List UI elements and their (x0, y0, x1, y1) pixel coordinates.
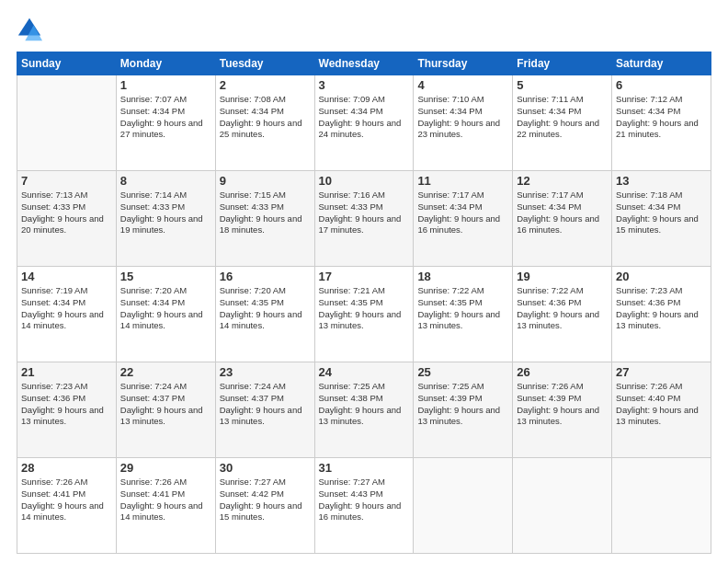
weekday-header-thursday: Thursday (414, 52, 513, 75)
calendar-cell: 25Sunrise: 7:25 AMSunset: 4:39 PMDayligh… (414, 362, 513, 458)
day-number: 25 (417, 365, 508, 379)
calendar-cell: 29Sunrise: 7:26 AMSunset: 4:41 PMDayligh… (116, 458, 215, 554)
day-info: Sunrise: 7:26 AMSunset: 4:41 PMDaylight:… (21, 477, 112, 523)
day-number: 24 (319, 365, 410, 379)
day-info: Sunrise: 7:24 AMSunset: 4:37 PMDaylight:… (120, 381, 211, 428)
day-info: Sunrise: 7:15 AMSunset: 4:33 PMDaylight:… (220, 190, 311, 236)
day-info: Sunrise: 7:24 AMSunset: 4:37 PMDaylight:… (220, 381, 311, 428)
calendar-table: SundayMondayTuesdayWednesdayThursdayFrid… (17, 52, 711, 554)
day-number: 6 (616, 78, 707, 92)
calendar-cell: 16Sunrise: 7:20 AMSunset: 4:35 PMDayligh… (215, 267, 314, 362)
calendar-week-5: 28Sunrise: 7:26 AMSunset: 4:41 PMDayligh… (17, 458, 711, 554)
calendar-cell: 21Sunrise: 7:23 AMSunset: 4:36 PMDayligh… (17, 362, 117, 458)
day-info: Sunrise: 7:14 AMSunset: 4:33 PMDaylight:… (120, 190, 211, 236)
day-info: Sunrise: 7:08 AMSunset: 4:34 PMDaylight:… (220, 94, 311, 141)
calendar-cell: 27Sunrise: 7:26 AMSunset: 4:40 PMDayligh… (612, 362, 711, 458)
calendar-week-3: 14Sunrise: 7:19 AMSunset: 4:34 PMDayligh… (17, 267, 711, 362)
day-number: 7 (21, 174, 112, 188)
day-info: Sunrise: 7:23 AMSunset: 4:36 PMDaylight:… (616, 285, 707, 332)
calendar-cell: 2Sunrise: 7:08 AMSunset: 4:34 PMDaylight… (215, 75, 314, 171)
day-info: Sunrise: 7:16 AMSunset: 4:33 PMDaylight:… (319, 190, 410, 236)
calendar-cell: 12Sunrise: 7:17 AMSunset: 4:34 PMDayligh… (513, 171, 612, 267)
day-number: 15 (120, 270, 211, 283)
day-info: Sunrise: 7:27 AMSunset: 4:43 PMDaylight:… (319, 477, 410, 523)
day-info: Sunrise: 7:20 AMSunset: 4:34 PMDaylight:… (120, 285, 211, 332)
day-info: Sunrise: 7:26 AMSunset: 4:41 PMDaylight:… (120, 477, 211, 523)
calendar-cell: 4Sunrise: 7:10 AMSunset: 4:34 PMDaylight… (414, 75, 513, 171)
day-info: Sunrise: 7:13 AMSunset: 4:33 PMDaylight:… (21, 190, 112, 236)
day-info: Sunrise: 7:18 AMSunset: 4:34 PMDaylight:… (616, 190, 707, 236)
calendar-cell: 5Sunrise: 7:11 AMSunset: 4:34 PMDaylight… (513, 75, 612, 171)
calendar-cell: 19Sunrise: 7:22 AMSunset: 4:36 PMDayligh… (513, 267, 612, 362)
day-number: 26 (517, 365, 608, 379)
calendar-cell: 9Sunrise: 7:15 AMSunset: 4:33 PMDaylight… (215, 171, 314, 267)
day-number: 11 (417, 174, 508, 188)
day-info: Sunrise: 7:09 AMSunset: 4:34 PMDaylight:… (319, 94, 410, 141)
day-info: Sunrise: 7:22 AMSunset: 4:36 PMDaylight:… (517, 285, 608, 332)
weekday-header-row: SundayMondayTuesdayWednesdayThursdayFrid… (17, 52, 711, 75)
day-number: 10 (319, 174, 410, 188)
weekday-header-sunday: Sunday (17, 52, 117, 75)
day-info: Sunrise: 7:17 AMSunset: 4:34 PMDaylight:… (417, 190, 508, 236)
day-number: 21 (21, 365, 112, 379)
day-info: Sunrise: 7:10 AMSunset: 4:34 PMDaylight:… (417, 94, 508, 141)
day-info: Sunrise: 7:17 AMSunset: 4:34 PMDaylight:… (517, 190, 608, 236)
day-info: Sunrise: 7:23 AMSunset: 4:36 PMDaylight:… (21, 381, 112, 428)
day-number: 27 (616, 365, 707, 379)
day-number: 31 (319, 461, 410, 475)
day-number: 14 (21, 270, 112, 283)
day-number: 3 (319, 78, 410, 92)
day-number: 12 (517, 174, 608, 188)
calendar-cell: 1Sunrise: 7:07 AMSunset: 4:34 PMDaylight… (116, 75, 215, 171)
day-number: 20 (616, 270, 707, 283)
day-number: 2 (220, 78, 311, 92)
calendar-cell (612, 458, 711, 554)
calendar-cell: 28Sunrise: 7:26 AMSunset: 4:41 PMDayligh… (17, 458, 117, 554)
day-number: 17 (319, 270, 410, 283)
weekday-header-wednesday: Wednesday (314, 52, 414, 75)
day-info: Sunrise: 7:25 AMSunset: 4:39 PMDaylight:… (417, 381, 508, 428)
day-info: Sunrise: 7:21 AMSunset: 4:35 PMDaylight:… (319, 285, 410, 332)
day-number: 29 (120, 461, 211, 475)
day-info: Sunrise: 7:07 AMSunset: 4:34 PMDaylight:… (120, 94, 211, 141)
day-number: 1 (120, 78, 211, 92)
calendar-cell: 3Sunrise: 7:09 AMSunset: 4:34 PMDaylight… (314, 75, 414, 171)
calendar-cell: 13Sunrise: 7:18 AMSunset: 4:34 PMDayligh… (612, 171, 711, 267)
weekday-header-friday: Friday (513, 52, 612, 75)
day-number: 23 (220, 365, 311, 379)
logo (17, 17, 46, 42)
day-number: 22 (120, 365, 211, 379)
day-number: 18 (417, 270, 508, 283)
day-info: Sunrise: 7:20 AMSunset: 4:35 PMDaylight:… (220, 285, 311, 332)
day-info: Sunrise: 7:22 AMSunset: 4:35 PMDaylight:… (417, 285, 508, 332)
day-info: Sunrise: 7:26 AMSunset: 4:40 PMDaylight:… (616, 381, 707, 428)
calendar-cell: 8Sunrise: 7:14 AMSunset: 4:33 PMDaylight… (116, 171, 215, 267)
logo-icon (17, 17, 42, 42)
weekday-header-saturday: Saturday (612, 52, 711, 75)
calendar-cell: 26Sunrise: 7:26 AMSunset: 4:39 PMDayligh… (513, 362, 612, 458)
day-number: 8 (120, 174, 211, 188)
calendar-cell: 30Sunrise: 7:27 AMSunset: 4:42 PMDayligh… (215, 458, 314, 554)
calendar-cell: 15Sunrise: 7:20 AMSunset: 4:34 PMDayligh… (116, 267, 215, 362)
calendar-cell: 6Sunrise: 7:12 AMSunset: 4:34 PMDaylight… (612, 75, 711, 171)
day-info: Sunrise: 7:27 AMSunset: 4:42 PMDaylight:… (220, 477, 311, 523)
day-number: 9 (220, 174, 311, 188)
calendar-cell: 24Sunrise: 7:25 AMSunset: 4:38 PMDayligh… (314, 362, 414, 458)
calendar-cell (414, 458, 513, 554)
calendar-cell: 14Sunrise: 7:19 AMSunset: 4:34 PMDayligh… (17, 267, 117, 362)
calendar-week-2: 7Sunrise: 7:13 AMSunset: 4:33 PMDaylight… (17, 171, 711, 267)
calendar-week-4: 21Sunrise: 7:23 AMSunset: 4:36 PMDayligh… (17, 362, 711, 458)
day-number: 13 (616, 174, 707, 188)
calendar-cell: 7Sunrise: 7:13 AMSunset: 4:33 PMDaylight… (17, 171, 117, 267)
calendar-week-1: 1Sunrise: 7:07 AMSunset: 4:34 PMDaylight… (17, 75, 711, 171)
header (17, 17, 711, 42)
calendar-cell: 22Sunrise: 7:24 AMSunset: 4:37 PMDayligh… (116, 362, 215, 458)
day-info: Sunrise: 7:11 AMSunset: 4:34 PMDaylight:… (517, 94, 608, 141)
day-info: Sunrise: 7:19 AMSunset: 4:34 PMDaylight:… (21, 285, 112, 332)
calendar-cell: 18Sunrise: 7:22 AMSunset: 4:35 PMDayligh… (414, 267, 513, 362)
calendar-cell: 10Sunrise: 7:16 AMSunset: 4:33 PMDayligh… (314, 171, 414, 267)
day-number: 4 (417, 78, 508, 92)
day-number: 5 (517, 78, 608, 92)
day-info: Sunrise: 7:25 AMSunset: 4:38 PMDaylight:… (319, 381, 410, 428)
calendar-cell: 17Sunrise: 7:21 AMSunset: 4:35 PMDayligh… (314, 267, 414, 362)
